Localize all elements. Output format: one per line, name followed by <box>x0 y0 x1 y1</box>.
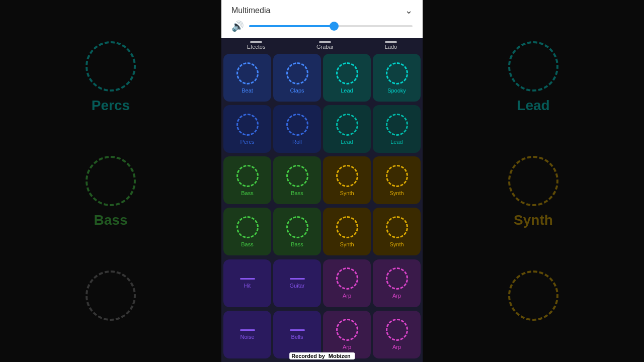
noise-bar <box>240 329 255 331</box>
tile-bass-3[interactable]: Bass <box>223 208 271 255</box>
bg-tile-synth: Synth <box>508 156 558 228</box>
bass4-label: Bass <box>291 241 303 247</box>
claps-label: Claps <box>290 87 304 94</box>
nav-label-grabar: Grabar <box>316 44 334 50</box>
spooky-circle <box>386 62 408 84</box>
tile-bass-4[interactable]: Bass <box>273 208 321 255</box>
volume-slider-row: 🔊 <box>231 20 413 32</box>
synth1-label: Synth <box>340 190 354 196</box>
tile-percs[interactable]: Percs <box>223 105 271 153</box>
bg-circle-bass <box>86 156 136 206</box>
bg-left-panel: Percs Bass <box>0 0 221 362</box>
bg-tile-bass: Bass <box>86 156 136 228</box>
tile-spooky[interactable]: Spooky <box>373 54 421 102</box>
tile-arp-4[interactable]: Arp <box>373 311 421 358</box>
bg-tile-arp <box>508 270 558 321</box>
arp3-circle <box>336 319 358 341</box>
nav-row: Efectos Grabar Lado <box>221 38 423 52</box>
bass1-label: Bass <box>241 190 253 196</box>
chevron-down-icon[interactable]: ⌄ <box>405 5 413 16</box>
percs-label: Percs <box>240 139 254 145</box>
roll-circle <box>286 114 308 136</box>
lead1-label: Lead <box>341 87 353 94</box>
nav-label-efectos: Efectos <box>247 44 266 50</box>
lead2-label: Lead <box>341 139 353 145</box>
bg-circle-percs <box>86 41 136 92</box>
nav-label-lado: Lado <box>385 44 397 50</box>
bass1-circle <box>236 165 259 187</box>
arp2-label: Arp <box>392 293 401 299</box>
synth3-label: Synth <box>340 241 354 247</box>
volume-title: Multimedia <box>231 6 270 15</box>
tile-claps[interactable]: Claps <box>273 54 321 102</box>
tile-synth-2[interactable]: Synth <box>373 156 421 204</box>
bass2-label: Bass <box>291 190 303 196</box>
nav-item-grabar[interactable]: Grabar <box>316 41 334 50</box>
tile-lead-1[interactable]: Lead <box>323 54 371 102</box>
claps-circle <box>286 62 308 84</box>
volume-slider-thumb[interactable] <box>330 22 339 31</box>
nav-item-efectos[interactable]: Efectos <box>247 41 266 50</box>
bells-bar <box>290 329 305 331</box>
arp3-label: Arp <box>343 344 351 350</box>
lead2-circle <box>336 114 358 136</box>
synth1-circle <box>336 165 358 187</box>
bg-circle-arp <box>508 270 558 321</box>
bells-label: Bells <box>291 334 303 340</box>
synth4-circle <box>386 216 408 238</box>
hit-bar <box>240 278 255 280</box>
roll-label: Roll <box>292 139 302 145</box>
beat-label: Beat <box>242 87 253 94</box>
guitar-label: Guitar <box>290 283 305 289</box>
noise-label: Noise <box>240 334 254 340</box>
volume-header: Multimedia ⌄ <box>231 5 413 16</box>
tile-lead-3[interactable]: Lead <box>373 105 421 153</box>
tile-synth-4[interactable]: Synth <box>373 208 421 255</box>
speaker-icon: 🔊 <box>231 20 244 32</box>
percs-circle <box>236 114 259 136</box>
tile-noise[interactable]: Noise <box>223 311 271 358</box>
bass3-label: Bass <box>241 241 253 247</box>
volume-bar: Multimedia ⌄ 🔊 <box>221 0 423 38</box>
lead3-circle <box>386 114 408 136</box>
tile-roll[interactable]: Roll <box>273 105 321 153</box>
instrument-grid: Beat Claps Lead Spooky Percs Roll Lead <box>221 52 423 362</box>
tile-bass-2[interactable]: Bass <box>273 156 321 204</box>
bg-circle-noise <box>86 270 136 321</box>
tile-beat[interactable]: Beat <box>223 54 271 102</box>
center-panel: Multimedia ⌄ 🔊 Efectos Grabar Lado <box>221 0 423 362</box>
tile-hit[interactable]: Hit <box>223 259 271 307</box>
tile-synth-1[interactable]: Synth <box>323 156 371 204</box>
arp1-label: Arp <box>343 293 351 299</box>
bg-tile-percs: Percs <box>86 41 136 114</box>
arp2-circle <box>386 267 408 290</box>
nav-icon-lado <box>385 41 397 43</box>
tile-guitar[interactable]: Guitar <box>273 259 321 307</box>
tile-arp-1[interactable]: Arp <box>323 259 371 307</box>
tile-synth-3[interactable]: Synth <box>323 208 371 255</box>
spooky-label: Spooky <box>387 87 406 94</box>
bg-circle-synth <box>508 156 558 206</box>
bass3-circle <box>236 216 259 238</box>
hit-label: Hit <box>244 283 251 289</box>
volume-slider-track[interactable] <box>249 25 413 27</box>
nav-icon-efectos <box>250 41 262 43</box>
bg-label-synth: Synth <box>514 212 553 228</box>
volume-slider-fill <box>249 25 334 27</box>
bg-tile-noise <box>86 270 136 321</box>
arp4-label: Arp <box>392 344 401 350</box>
beat-circle <box>236 62 259 84</box>
nav-item-lado[interactable]: Lado <box>385 41 397 50</box>
guitar-bar <box>290 278 305 280</box>
bg-label-bass: Bass <box>94 212 128 228</box>
tile-bass-1[interactable]: Bass <box>223 156 271 204</box>
bg-tile-lead: Lead <box>508 41 558 114</box>
tile-bells[interactable]: Bells <box>273 311 321 358</box>
tile-arp-3[interactable]: Arp <box>323 311 371 358</box>
lead3-label: Lead <box>390 139 403 145</box>
bass2-circle <box>286 165 308 187</box>
arp4-circle <box>386 319 408 341</box>
tile-lead-2[interactable]: Lead <box>323 105 371 153</box>
bg-circle-lead <box>508 41 558 92</box>
tile-arp-2[interactable]: Arp <box>373 259 421 307</box>
